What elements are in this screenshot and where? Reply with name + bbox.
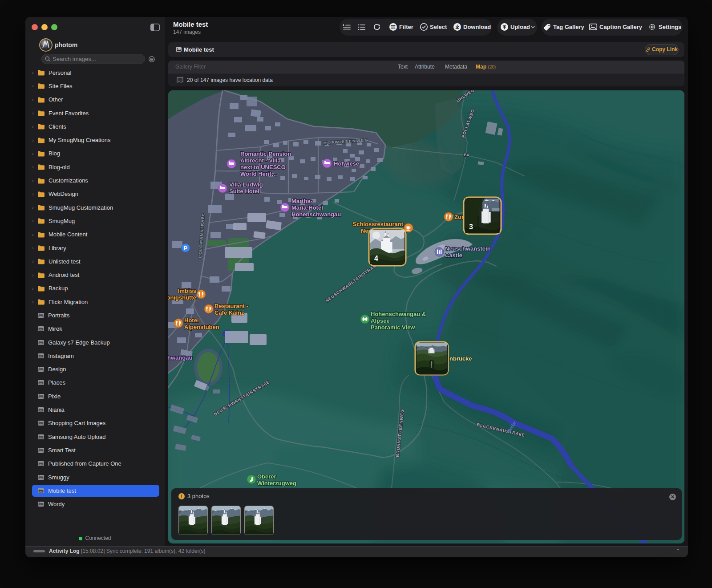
svg-text:Schlossrestaurant: Schlossrestaurant: [353, 221, 404, 227]
svg-text:next to UNESCO: next to UNESCO: [240, 164, 286, 170]
svg-text:Hohenschwangau &: Hohenschwangau &: [371, 311, 426, 317]
svg-text:Panoramic View: Panoramic View: [371, 324, 415, 331]
svg-text:Suite Hotel: Suite Hotel: [229, 188, 259, 195]
svg-text:Alpsee: Alpsee: [371, 317, 390, 324]
svg-text:nbrücke: nbrücke: [449, 355, 472, 362]
svg-text:Albrecht - Villa: Albrecht - Villa: [240, 157, 281, 164]
svg-text:hwangau: hwangau: [168, 354, 192, 361]
svg-text:Hohenschwangau: Hohenschwangau: [291, 211, 341, 218]
svg-text:Villa Ludwig: Villa Ludwig: [229, 181, 263, 188]
svg-text:World Herit…: World Herit…: [240, 170, 277, 177]
svg-text:Neuschwanstein: Neuschwanstein: [445, 245, 491, 252]
svg-text:Martha-: Martha-: [291, 198, 312, 204]
svg-text:Winterzugweg: Winterzugweg: [257, 480, 296, 487]
svg-text:Hotel: Hotel: [184, 317, 199, 324]
svg-text:Cafe Kainz: Cafe Kainz: [214, 309, 244, 316]
svg-text:Restaurant -: Restaurant -: [214, 303, 248, 309]
svg-text:3: 3: [469, 223, 473, 231]
svg-text:Castle: Castle: [445, 252, 462, 259]
svg-text:Romantic-Pension: Romantic-Pension: [240, 150, 291, 157]
svg-text:Königshütte: Königshütte: [168, 294, 196, 301]
svg-text:Imbiss: Imbiss: [178, 288, 196, 294]
svg-text:Oberer: Oberer: [257, 473, 276, 480]
svg-text:Hofwiese: Hofwiese: [334, 160, 359, 167]
svg-text:E4: E4: [464, 153, 469, 157]
svg-text:4: 4: [374, 255, 378, 262]
svg-text:!: !: [181, 494, 182, 499]
svg-text:Maria-Hotel: Maria-Hotel: [291, 204, 323, 211]
svg-text:Alpenstuben: Alpenstuben: [184, 324, 219, 330]
svg-text:P: P: [184, 245, 187, 251]
